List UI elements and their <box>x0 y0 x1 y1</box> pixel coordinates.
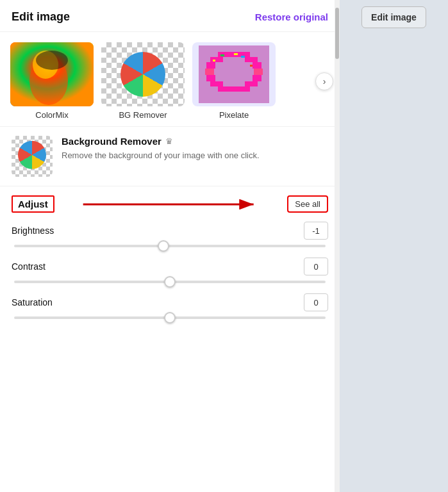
filters-section: ColorMix BG Remover <box>0 32 340 126</box>
saturation-slider-row: Saturation 0 <box>12 293 328 319</box>
crown-icon: ♛ <box>165 136 173 146</box>
filter-item-colormix[interactable]: ColorMix <box>10 42 94 120</box>
brightness-slider-row: Brightness -1 <box>12 222 328 247</box>
scrollbar[interactable] <box>335 0 340 492</box>
filter-item-bgremover[interactable]: BG Remover <box>101 42 185 120</box>
filter-thumb-colormix <box>10 42 94 106</box>
pixelate-label: Pixelate <box>219 110 249 120</box>
svg-rect-14 <box>210 81 223 86</box>
bg-detail-info: Background Remover ♛ Remove the backgrou… <box>62 136 328 162</box>
svg-rect-19 <box>234 53 238 55</box>
svg-rect-18 <box>220 54 224 56</box>
svg-rect-12 <box>206 75 215 81</box>
svg-rect-16 <box>218 86 250 92</box>
svg-rect-22 <box>250 65 253 67</box>
scroll-right-arrow[interactable]: › <box>315 72 333 90</box>
svg-rect-7 <box>245 57 258 62</box>
page-title: Edit image <box>12 10 70 24</box>
bg-detail-title: Background Remover <box>62 136 162 147</box>
filters-wrapper: ColorMix BG Remover <box>10 42 340 120</box>
svg-rect-11 <box>254 69 263 75</box>
svg-rect-10 <box>205 69 214 75</box>
saturation-track[interactable] <box>14 316 326 319</box>
svg-rect-9 <box>253 62 261 69</box>
adjust-section: Adjust See all Brightness -1 <box>0 186 340 336</box>
svg-point-3 <box>36 51 68 70</box>
arrow-annotation <box>60 195 280 213</box>
bg-remover-detail: Background Remover ♛ Remove the backgrou… <box>0 126 340 186</box>
svg-rect-13 <box>253 75 261 81</box>
bgremover-preview <box>101 42 185 106</box>
svg-rect-21 <box>213 60 215 62</box>
filter-thumb-bgremover <box>101 42 185 106</box>
svg-rect-17 <box>223 62 245 83</box>
svg-rect-8 <box>206 62 215 69</box>
contrast-slider-row: Contrast 0 <box>12 258 328 283</box>
beach-ball <box>120 52 165 97</box>
edit-image-button[interactable]: Edit image <box>361 6 426 28</box>
adjust-header: Adjust See all <box>12 195 328 213</box>
filters-row: ColorMix BG Remover <box>10 42 340 120</box>
svg-rect-20 <box>241 56 245 58</box>
pixelate-preview <box>192 42 276 106</box>
contrast-label-row: Contrast 0 <box>12 258 328 275</box>
colormix-preview <box>10 42 94 106</box>
brightness-label: Brightness <box>12 226 54 236</box>
saturation-thumb[interactable] <box>164 312 176 324</box>
see-all-button[interactable]: See all <box>287 195 328 213</box>
bg-detail-ball <box>18 141 46 169</box>
filter-item-pixelate[interactable]: Pixelate <box>192 42 276 120</box>
contrast-thumb[interactable] <box>164 276 176 288</box>
saturation-value[interactable]: 0 <box>304 293 328 311</box>
restore-original-button[interactable]: Restore original <box>255 12 328 22</box>
brightness-label-row: Brightness -1 <box>12 222 328 240</box>
header: Edit image Restore original <box>0 0 340 32</box>
right-panel: Edit image <box>340 0 448 492</box>
donut-svg <box>199 45 269 103</box>
bg-detail-thumb <box>12 136 53 177</box>
colormix-svg <box>10 42 94 106</box>
brightness-value[interactable]: -1 <box>304 222 328 240</box>
saturation-label: Saturation <box>12 297 53 308</box>
contrast-label: Contrast <box>12 261 46 272</box>
saturation-label-row: Saturation 0 <box>12 293 328 311</box>
bg-detail-thumb-inner <box>12 136 53 177</box>
adjust-title: Adjust <box>12 195 54 213</box>
bg-detail-title-row: Background Remover ♛ <box>62 136 328 147</box>
contrast-value[interactable]: 0 <box>304 258 328 275</box>
bgremover-label: BG Remover <box>119 110 167 120</box>
colormix-label: ColorMix <box>35 110 68 120</box>
scroll-thumb[interactable] <box>335 8 339 59</box>
left-panel: Edit image Restore original <box>0 0 340 492</box>
brightness-track[interactable] <box>14 245 326 247</box>
contrast-track[interactable] <box>14 281 326 283</box>
filter-thumb-pixelate <box>192 42 276 106</box>
svg-rect-6 <box>210 57 223 62</box>
brightness-thumb[interactable] <box>158 240 169 252</box>
bg-detail-description: Remove the background of your image with… <box>62 149 328 162</box>
svg-rect-15 <box>245 81 258 86</box>
